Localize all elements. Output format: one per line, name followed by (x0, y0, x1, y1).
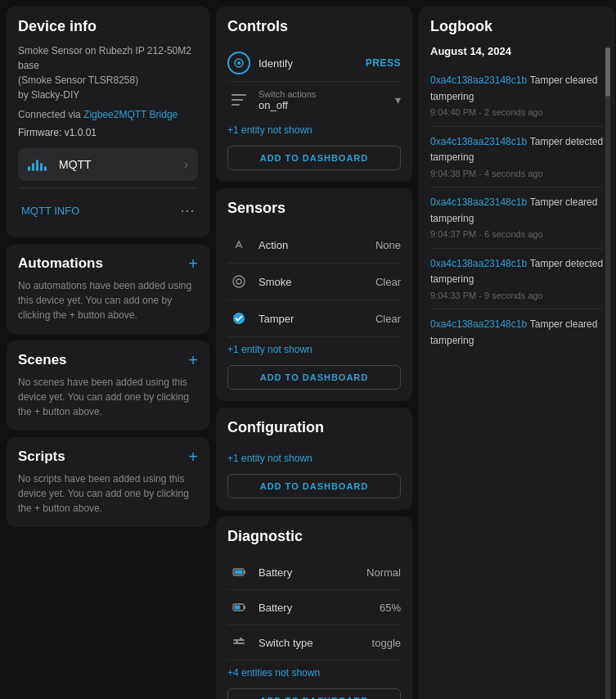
connected-via: Connected via Zigbee2MQTT Bridge (18, 107, 198, 122)
logbook-title: Logbook (430, 18, 604, 35)
middle-column: Controls Identify PRESS (216, 7, 412, 699)
svg-rect-2 (232, 94, 246, 96)
zigbee-bridge-link[interactable]: Zigbee2MQTT Bridge (83, 109, 178, 120)
svg-rect-13 (235, 606, 241, 610)
svg-rect-3 (232, 99, 243, 101)
diagnostic-title: Diagnostic (227, 528, 401, 545)
svg-rect-10 (235, 570, 243, 575)
log-entry-2: 0xa4c138aa23148c1b Tamper cleared tamper… (430, 187, 604, 249)
scenes-desc: No scenes have been added using this dev… (18, 375, 198, 419)
scripts-header: Scripts + (18, 449, 198, 465)
diag-entity-not-shown[interactable]: +4 entities not shown (227, 661, 401, 682)
svg-rect-17 (240, 638, 242, 641)
mqtt-icon (28, 156, 51, 173)
svg-rect-12 (244, 606, 245, 609)
automations-title: Automations (18, 255, 103, 272)
log-entry-0: 0xa4c138aa23148c1b Tamper cleared tamper… (430, 65, 604, 127)
add-scene-button[interactable]: + (188, 352, 198, 368)
scenes-header: Scenes + (18, 352, 198, 368)
svg-rect-16 (236, 641, 238, 644)
action-value: None (375, 239, 401, 251)
scenes-section: Scenes + No scenes have been added using… (7, 340, 209, 431)
controls-entity-not-shown[interactable]: +1 entity not shown (227, 118, 401, 139)
diag-add-dashboard-button[interactable]: ADD TO DASHBOARD (227, 688, 401, 699)
mqtt-info-label: MQTT INFO (21, 205, 180, 217)
controls-add-dashboard-button[interactable]: ADD TO DASHBOARD (227, 146, 401, 170)
svg-rect-14 (233, 639, 245, 641)
config-entity-not-shown[interactable]: +1 entity not shown (227, 446, 401, 467)
scrollbar-track[interactable] (605, 47, 610, 699)
log-time-0: 9:04:40 PM - 2 seconds ago (430, 106, 604, 120)
log-type-4: Tamper (530, 318, 565, 330)
log-entry-4: 0xa4c138aa23148c1b Tamper cleared tamper… (430, 309, 604, 354)
sensors-title: Sensors (227, 200, 401, 217)
log-entry-3: 0xa4c138aa23148c1b Tamper detected tampe… (430, 249, 604, 310)
diag-row-switch-type: Switch type toggle (227, 625, 401, 661)
sensors-entity-not-shown[interactable]: +1 entity not shown (227, 337, 401, 359)
log-type-0: Tamper (530, 74, 565, 86)
log-time-3: 9:04:33 PM - 9 seconds ago (430, 289, 604, 303)
controls-card: Controls Identify PRESS (216, 7, 412, 182)
svg-rect-4 (232, 104, 240, 106)
mqtt-row[interactable]: MQTT › (18, 148, 198, 181)
battery-percent-icon (227, 596, 250, 619)
log-entity-0: 0xa4c138aa23148c1b (430, 74, 527, 86)
action-icon (227, 233, 250, 256)
smoke-label: Smoke (259, 276, 375, 288)
sensors-add-dashboard-button[interactable]: ADD TO DASHBOARD (227, 365, 401, 390)
sensor-row-tamper: Tamper Clear (227, 300, 401, 337)
add-automation-button[interactable]: + (188, 255, 198, 272)
tamper-label: Tamper (259, 313, 375, 325)
switch-actions-row: Switch actions on_off ▾ (227, 82, 401, 118)
log-text-3: 0xa4c138aa23148c1b Tamper detected tampe… (430, 255, 604, 287)
config-add-dashboard-button[interactable]: ADD TO DASHBOARD (227, 474, 401, 498)
action-label: Action (259, 239, 375, 251)
log-text-0: 0xa4c138aa23148c1b Tamper cleared tamper… (430, 72, 604, 104)
log-type-1: Tamper (530, 136, 565, 147)
svg-point-6 (236, 279, 241, 284)
svg-rect-9 (244, 570, 245, 574)
battery-pct-label: Battery (259, 602, 380, 614)
smoke-value: Clear (375, 276, 401, 288)
log-text-4: 0xa4c138aa23148c1b Tamper cleared tamper… (430, 316, 604, 348)
battery-normal-label: Battery (259, 566, 366, 579)
automations-section: Automations + No automations have been a… (7, 244, 209, 334)
controls-title: Controls (227, 18, 401, 35)
add-script-button[interactable]: + (188, 449, 198, 465)
press-button[interactable]: PRESS (366, 57, 401, 69)
scrollbar-thumb[interactable] (605, 47, 610, 97)
logbook-card: Logbook August 14, 2024 0xa4c138aa23148c… (419, 7, 615, 699)
log-entity-4: 0xa4c138aa23148c1b (430, 318, 527, 330)
log-type-3: Tamper (530, 258, 565, 269)
scripts-title: Scripts (18, 449, 65, 465)
log-entry-1: 0xa4c138aa23148c1b Tamper detected tampe… (430, 127, 604, 188)
switch-actions-sublabel: Switch actions (259, 89, 395, 99)
battery-full-icon (227, 561, 250, 584)
more-options-icon[interactable]: ⋯ (180, 201, 195, 219)
dropdown-arrow-icon[interactable]: ▾ (395, 93, 401, 106)
configuration-title: Configuration (227, 419, 401, 436)
mqtt-info-row[interactable]: MQTT INFO ⋯ (18, 195, 198, 226)
svg-point-5 (233, 276, 245, 287)
sensor-row-smoke: Smoke Clear (227, 264, 401, 300)
scripts-desc: No scripts have been added using this de… (18, 471, 198, 516)
diag-row-battery-percent: Battery 65% (227, 590, 401, 625)
switch-type-value: toggle (372, 637, 401, 649)
switch-type-label: Switch type (259, 637, 372, 649)
chevron-right-icon: › (184, 157, 188, 172)
tamper-value: Clear (375, 313, 401, 325)
sensor-row-action: Action None (227, 227, 401, 264)
diagnostic-card: Diagnostic Battery Normal (216, 516, 412, 699)
log-text-1: 0xa4c138aa23148c1b Tamper detected tampe… (430, 133, 604, 165)
firmware-version: Firmware: v1.0.01 (18, 127, 198, 138)
switch-label-col: Switch actions on_off (259, 89, 395, 111)
divider (18, 187, 198, 188)
log-text-2: 0xa4c138aa23148c1b Tamper cleared tamper… (430, 194, 604, 226)
automations-desc: No automations have been added using thi… (18, 278, 198, 322)
smoke-icon (227, 270, 250, 293)
log-entity-3: 0xa4c138aa23148c1b (430, 258, 527, 269)
battery-pct-value: 65% (380, 602, 401, 614)
scenes-title: Scenes (18, 352, 67, 368)
log-time-1: 9:04:38 PM - 4 seconds ago (430, 167, 604, 181)
tamper-checkmark-icon (227, 307, 250, 330)
